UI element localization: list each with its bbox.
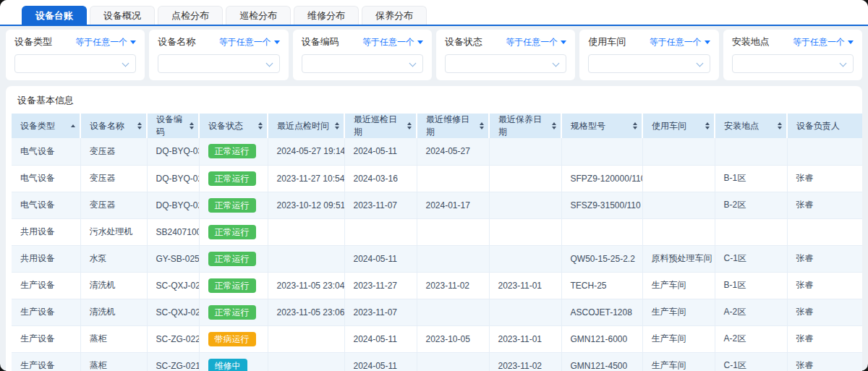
cell-check-time: [268, 325, 344, 352]
filter-card-device-name: 设备名称等于任意一个: [149, 30, 288, 80]
cell-type: 电气设备: [12, 192, 80, 218]
device-type-select[interactable]: [14, 54, 136, 73]
cell-code: DQ-BYQ-027: [147, 165, 199, 192]
column-header-status[interactable]: 设备状态: [199, 114, 268, 138]
install-location-select[interactable]: [732, 54, 854, 73]
table-row: 电气设备变压器DQ-BYQ-027正常运行2023-11-27 10:54:42…: [12, 165, 862, 192]
tab-repair-distribution[interactable]: 维修分布: [294, 6, 359, 25]
workshop-select[interactable]: [588, 54, 710, 73]
device-status-select[interactable]: [445, 54, 566, 73]
sort-icon: [190, 122, 194, 129]
filter-operator-label: 等于任意一个: [506, 36, 558, 48]
cell-check-time: 2024-05-27 19:14:18: [268, 138, 344, 165]
cell-repair-date: 2023-10-05: [417, 325, 489, 352]
cell-name: 变压器: [80, 165, 147, 192]
cell-type: 生产设备: [12, 299, 80, 325]
table-row: 生产设备蒸柜SC-ZG-022带病运行2024-05-112023-10-052…: [12, 325, 862, 352]
filter-operator-dropdown[interactable]: 等于任意一个: [793, 36, 854, 48]
device-code-select[interactable]: [302, 54, 423, 73]
column-header-manager: 设备负责人: [787, 114, 862, 138]
column-header-location[interactable]: 安装地点: [715, 114, 787, 138]
column-header-label: 最近保养日期: [498, 114, 549, 138]
column-header-check-time[interactable]: 最近点检时间: [268, 114, 344, 138]
cell-patrol-date: 2023-11-27: [344, 272, 417, 299]
filter-operator-dropdown[interactable]: 等于任意一个: [75, 36, 136, 48]
sort-icon: [137, 122, 142, 129]
cell-manager: 张睿: [787, 272, 862, 299]
tab-equipment-overview[interactable]: 设备概况: [90, 6, 155, 25]
cell-workshop: [642, 192, 715, 218]
filter-operator-dropdown[interactable]: 等于任意一个: [362, 36, 423, 48]
filter-label: 设备名称: [158, 35, 195, 48]
cell-name: 变压器: [80, 192, 147, 218]
cell-workshop: 生产车间: [642, 352, 715, 371]
cell-check-time: [268, 352, 344, 371]
cell-check-time: 2023-11-27 10:54:42: [268, 165, 344, 192]
cell-check-time: [268, 245, 344, 272]
cell-location: B-1区: [715, 165, 787, 192]
cell-name: 污水处理机: [80, 218, 147, 245]
filter-operator-label: 等于任意一个: [650, 36, 702, 48]
status-badge: 正常运行: [208, 144, 256, 158]
equipment-table: 设备类型设备名称设备编码设备状态最近点检时间最近巡检日期最近维修日期最近保养日期…: [12, 114, 862, 371]
filter-row: 设备类型等于任意一个设备名称等于任意一个设备编码等于任意一个设备状态等于任意一个…: [0, 26, 868, 80]
column-header-workshop[interactable]: 使用车间: [642, 114, 715, 138]
device-name-select[interactable]: [158, 54, 279, 73]
cell-repair-date: 2024-05-27: [417, 138, 489, 165]
caret-down-icon: [130, 40, 136, 44]
filter-card-workshop: 使用车间等于任意一个: [579, 30, 718, 80]
filter-operator-dropdown[interactable]: 等于任意一个: [650, 36, 710, 48]
table-card: 设备基本信息 设备类型设备名称设备编码设备状态最近点检时间最近巡检日期最近维修日…: [6, 86, 862, 371]
cell-code: SC-QXJ-023: [147, 299, 199, 325]
cell-location: [715, 218, 787, 245]
table-row: 电气设备变压器DQ-BYQ-032正常运行2024-05-27 19:14:18…: [12, 138, 862, 165]
tab-patrol-distribution[interactable]: 巡检分布: [226, 6, 291, 25]
table-row: 生产设备清洗机SC-QXJ-024正常运行2023-11-05 23:04:32…: [12, 272, 862, 299]
cell-status: 带病运行: [199, 325, 268, 352]
column-header-label: 安装地点: [724, 120, 759, 132]
cell-workshop: 生产车间: [642, 325, 715, 352]
chevron-down-icon: [840, 60, 847, 67]
column-header-type[interactable]: 设备类型: [12, 114, 80, 138]
cell-name: 清洗机: [80, 272, 147, 299]
filter-operator-label: 等于任意一个: [362, 36, 414, 48]
cell-manager: [787, 138, 862, 165]
sort-icon: [407, 122, 412, 129]
filter-label: 设备状态: [445, 35, 482, 48]
caret-down-icon: [274, 40, 280, 44]
cell-maintain-date: [489, 165, 561, 192]
column-header-model[interactable]: 规格型号: [561, 114, 642, 138]
cell-patrol-date: 2024-05-11: [344, 245, 417, 272]
column-header-name[interactable]: 设备名称: [80, 114, 147, 138]
cell-maintain-date: [489, 218, 561, 245]
cell-maintain-date: [489, 299, 561, 325]
filter-operator-dropdown[interactable]: 等于任意一个: [506, 36, 566, 48]
cell-check-time: 2023-10-12 09:51:48: [268, 192, 344, 218]
cell-maintain-date: 2023-11-01: [489, 272, 561, 299]
sort-asc-icon: [71, 124, 75, 127]
column-header-maintain-date[interactable]: 最近保养日期: [489, 114, 561, 138]
tab-equipment-ledger[interactable]: 设备台账: [22, 6, 87, 25]
cell-code: DQ-BYQ-026: [147, 192, 199, 218]
status-badge: 正常运行: [208, 305, 256, 320]
status-badge: 正常运行: [208, 278, 256, 293]
cell-name: 变压器: [80, 138, 147, 165]
column-header-label: 规格型号: [571, 120, 605, 132]
cell-code: SC-ZG-022: [147, 325, 199, 352]
cell-location: B-2区: [715, 192, 787, 218]
cell-model: GMN121-4500: [561, 352, 642, 371]
caret-down-icon: [705, 40, 710, 44]
cell-location: C-1区: [715, 245, 787, 272]
column-header-patrol-date[interactable]: 最近巡检日期: [344, 114, 417, 138]
tab-maintenance-distribution[interactable]: 保养分布: [362, 6, 427, 25]
column-header-code[interactable]: 设备编码: [147, 114, 199, 138]
cell-status: 正常运行: [199, 299, 268, 325]
cell-workshop: 生产车间: [642, 272, 715, 299]
cell-maintain-date: [489, 138, 561, 165]
table-header-row: 设备类型设备名称设备编码设备状态最近点检时间最近巡检日期最近维修日期最近保养日期…: [12, 114, 862, 138]
filter-operator-dropdown[interactable]: 等于任意一个: [219, 36, 280, 48]
tab-spot-check-distribution[interactable]: 点检分布: [158, 6, 223, 25]
cell-type: 共用设备: [12, 245, 80, 272]
cell-check-time: [268, 218, 344, 245]
column-header-repair-date[interactable]: 最近维修日期: [417, 114, 489, 138]
